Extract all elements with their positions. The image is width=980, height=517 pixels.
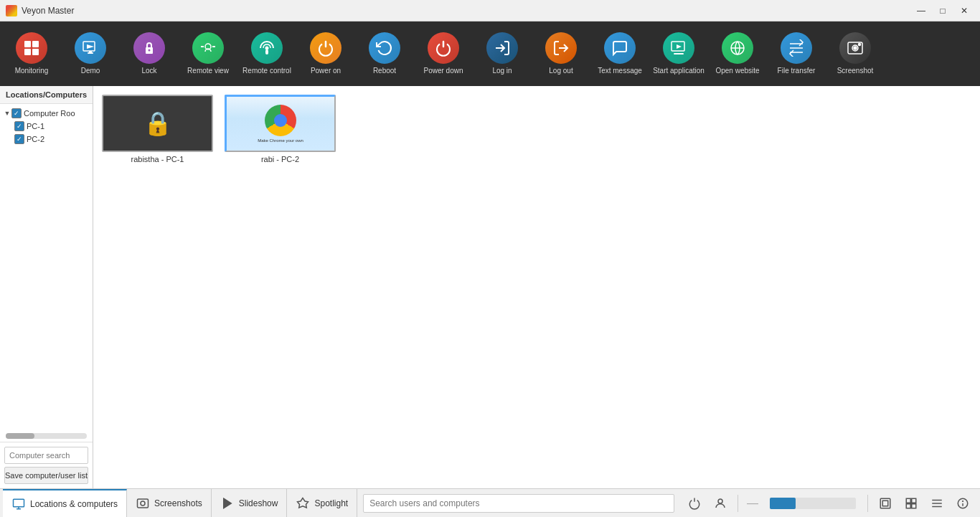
tree-label-root: Computer Roo [24,109,75,118]
minimize-button[interactable]: — [911,4,931,18]
info-button[interactable] [951,492,974,515]
start-app-label: Start application [653,67,705,75]
tab-screenshots[interactable]: Screenshots [127,489,212,517]
svg-rect-1 [32,41,39,47]
sidebar: Locations/Computers ▼ Computer Roo PC-1 … [0,86,93,488]
toolbar-power-on[interactable]: Power on [297,25,354,82]
toolbar-power-down[interactable]: Power down [415,25,472,82]
computer-tile-pc1[interactable]: 🔒 rabistha - PC-1 [99,92,216,166]
chrome-logo [265,105,296,136]
svg-rect-35 [906,498,910,503]
sidebar-bottom: Save computer/user list [0,442,93,488]
locations-computers-icon [11,497,26,511]
svg-rect-36 [912,498,916,503]
grid-button[interactable] [900,492,923,515]
search-area [357,494,680,513]
power-button[interactable] [683,492,706,515]
start-app-icon [663,32,694,64]
toolbar-log-out[interactable]: Log out [532,25,590,82]
sidebar-header: Locations/Computers [0,86,93,104]
svg-point-13 [265,47,269,50]
app-title: Veyon Master [22,6,911,16]
toolbar-log-in[interactable]: Log in [473,25,531,82]
computers-grid: 🔒 rabistha - PC-1 Make Chrome your own r… [99,92,974,166]
power-down-icon [428,32,459,64]
maximize-button[interactable]: □ [933,4,953,18]
demo-label: Demo [81,67,100,75]
svg-marker-31 [224,498,232,508]
sidebar-scroll-thumb[interactable] [6,433,34,439]
chrome-label: Make Chrome your own [258,138,303,143]
svg-rect-33 [880,498,890,508]
app-icon [6,5,17,16]
slideshow-icon [220,496,235,511]
toolbar-reboot[interactable]: Reboot [356,25,413,82]
open-website-label: Open website [715,67,759,75]
svg-rect-14 [265,49,268,54]
tab-slideshow[interactable]: Slideshow [212,489,288,517]
tab-locations-computers[interactable]: Locations & computers [3,489,127,517]
remote-view-label: Remote view [187,67,229,75]
chrome-inner [274,114,287,127]
close-button[interactable]: ✕ [954,4,974,18]
computer-tile-pc2[interactable]: Make Chrome your own rabi - PC-2 [222,92,339,166]
reboot-icon [369,32,400,64]
save-computer-list-button[interactable]: Save computer/user list [4,467,88,484]
screenshot-label: Screenshot [837,67,874,75]
remote-control-label: Remote control [242,67,291,75]
progress-bar [770,498,796,509]
remote-control-icon [251,32,283,64]
tree-checkbox-pc1[interactable] [14,121,24,131]
sidebar-scrollbar[interactable] [6,433,87,439]
text-message-label: Text message [598,67,642,75]
computer-screen-pc2: Make Chrome your own [225,95,336,152]
toolbar-lock[interactable]: Lock [121,25,178,82]
content-area: 🔒 rabistha - PC-1 Make Chrome your own r… [93,86,980,488]
tree-item-root[interactable]: ▼ Computer Roo [0,107,93,120]
tab-spotlight[interactable]: Spotlight [287,489,357,517]
dash-separator: — [744,497,761,510]
tree-item-pc1[interactable]: PC-1 [0,120,93,133]
fit-screen-button[interactable] [874,492,897,515]
log-in-icon [486,32,518,64]
computer-search-input[interactable] [4,447,88,464]
tree-checkbox-root[interactable] [11,108,22,118]
toolbar-remote-view[interactable]: Remote view [179,25,237,82]
toolbar-remote-control[interactable]: Remote control [238,25,296,82]
monitoring-icon [16,32,47,64]
computer-screen-pc1: 🔒 [102,95,213,152]
toolbar-start-app[interactable]: Start application [650,25,707,82]
lock-icon-pc1: 🔒 [143,110,172,137]
toolbar-demo[interactable]: Demo [62,25,119,82]
svg-point-9 [149,49,151,52]
log-in-label: Log in [492,67,512,75]
tree-label-pc1: PC-1 [27,122,44,131]
toolbar-file-transfer[interactable]: File transfer [768,25,825,82]
list-button[interactable] [925,492,948,515]
svg-marker-18 [677,44,682,49]
tree-checkbox-pc2[interactable] [14,134,24,144]
tree-arrow-root: ▼ [3,109,11,118]
toolbar-open-website[interactable]: Open website [709,25,766,82]
toolbar-monitoring[interactable]: Monitoring [3,25,60,82]
user-computer-search-input[interactable] [363,494,674,513]
title-bar: Veyon Master — □ ✕ [0,0,980,22]
toolbar-screenshot[interactable]: Screenshot [826,25,884,82]
screenshot-icon [839,32,871,64]
svg-rect-37 [906,503,910,508]
progress-bar-container [770,498,856,509]
power-on-icon [310,32,341,64]
demo-icon [75,32,106,64]
spotlight-icon [296,496,310,511]
tree-item-pc2[interactable]: PC-2 [0,133,93,146]
file-transfer-label: File transfer [778,67,816,75]
svg-rect-2 [24,49,31,55]
power-on-label: Power on [311,67,341,75]
svg-rect-3 [32,49,39,55]
toolbar-text-message[interactable]: Text message [591,25,649,82]
svg-point-30 [141,501,145,506]
svg-point-24 [854,47,857,49]
tree-label-pc2: PC-2 [27,135,44,143]
user-button[interactable] [709,492,732,515]
bottom-bar: Locations & computers Screenshots Slides… [0,488,980,517]
